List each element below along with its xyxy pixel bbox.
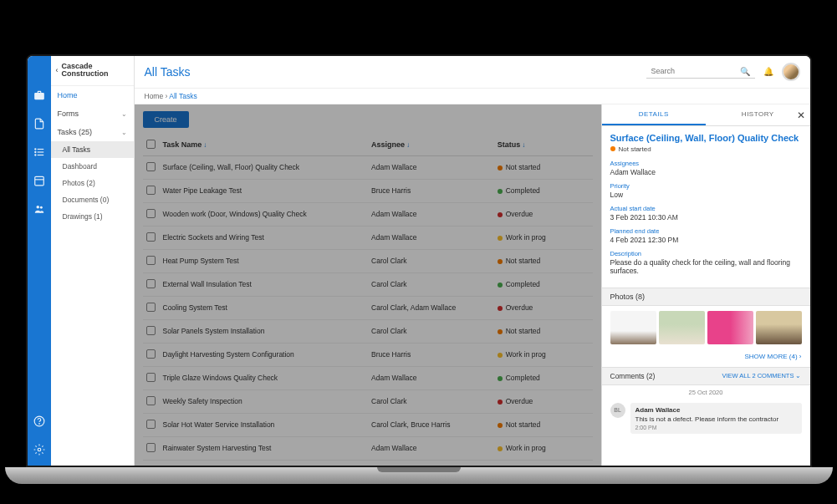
svg-point-8 [36, 205, 39, 208]
nav-rail [28, 56, 51, 466]
calendar-icon[interactable] [33, 175, 45, 186]
briefcase-icon[interactable] [33, 89, 45, 101]
org-header[interactable]: ‹ Cascade Construction [51, 56, 134, 87]
breadcrumb: Home › All Tasks [135, 89, 810, 104]
nav-photos[interactable]: Photos (2) [51, 175, 134, 191]
search-input[interactable] [651, 67, 735, 75]
photos-header: Photos (8) [602, 288, 810, 306]
comment-time: 2:00 PM [635, 425, 797, 430]
comment-author: Adam Wallace [635, 406, 797, 414]
breadcrumb-current[interactable]: All Tasks [169, 92, 196, 100]
svg-point-12 [38, 448, 41, 451]
value-priority: Low [610, 191, 802, 199]
comment-text: This is not a defect. Please inform the … [635, 415, 797, 423]
breadcrumb-home[interactable]: Home [145, 92, 164, 100]
label-priority: Priority [610, 182, 802, 190]
detail-status: Not started [610, 145, 802, 153]
svg-point-4 [34, 151, 35, 152]
label-description: Description [610, 250, 802, 257]
label-planned-end: Planned end date [610, 227, 802, 235]
task-table-area: Create Task Name↓ Assignee↓ Status↓ Surf… [135, 104, 601, 466]
value-assignees: Adam Wallace [610, 168, 802, 176]
sidebar: ‹ Cascade Construction Home Forms⌄ Tasks… [51, 56, 135, 466]
svg-rect-6 [34, 176, 43, 186]
user-avatar[interactable] [782, 63, 800, 81]
nav-dashboard[interactable]: Dashboard [51, 158, 134, 175]
label-actual-start: Actual start date [610, 205, 802, 212]
comment-date: 25 Oct 2020 [602, 385, 810, 400]
panel-tabs: DETAILS HISTORY ✕ [602, 104, 810, 126]
close-icon[interactable]: ✕ [797, 109, 805, 121]
page-title: All Tasks [145, 65, 191, 79]
comment-avatar: BL [610, 403, 625, 418]
topbar: All Tasks 🔍 🔔 [135, 56, 810, 89]
nav-tasks[interactable]: Tasks (25)⌄ [51, 123, 134, 141]
comments-header: Comments (2) VIEW ALL 2 COMMENTS ⌄ [602, 367, 810, 385]
detail-title: Surface (Ceiling, Wall, Floor) Quality C… [610, 133, 802, 143]
svg-point-9 [39, 206, 42, 208]
value-planned-end: 4 Feb 2021 12:30 PM [610, 236, 802, 244]
show-more-link[interactable]: SHOW MORE (4) [602, 349, 810, 367]
svg-point-11 [38, 423, 39, 424]
main-area: All Tasks 🔍 🔔 Home › All Tasks Create [135, 56, 810, 466]
photo-thumb[interactable] [756, 311, 802, 344]
people-icon[interactable] [33, 203, 45, 215]
photo-thumb[interactable] [659, 311, 705, 344]
help-icon[interactable] [33, 415, 45, 427]
modal-overlay[interactable] [135, 104, 601, 466]
comment-item: BL Adam Wallace This is not a defect. Pl… [602, 400, 810, 440]
search-icon[interactable]: 🔍 [740, 67, 750, 76]
list-icon[interactable] [33, 146, 45, 158]
label-assignees: Assignees [610, 160, 802, 167]
svg-point-5 [34, 154, 35, 155]
detail-panel: DETAILS HISTORY ✕ Surface (Ceiling, Wall… [601, 104, 810, 466]
tab-details[interactable]: DETAILS [602, 104, 707, 125]
gear-icon[interactable] [33, 444, 45, 456]
nav-home[interactable]: Home [51, 86, 134, 104]
org-name: Cascade Construction [62, 63, 129, 79]
nav-documents[interactable]: Documents (0) [51, 191, 134, 208]
search-box[interactable]: 🔍 [646, 65, 755, 79]
value-actual-start: 3 Feb 2021 10:30 AM [610, 213, 802, 221]
photos-row [602, 306, 810, 349]
chevron-down-icon: ⌄ [121, 129, 127, 136]
nav-drawings[interactable]: Drawings (1) [51, 208, 134, 225]
chevron-down-icon: ⌄ [121, 110, 127, 118]
photo-thumb[interactable] [707, 311, 753, 344]
value-description: Please do a quality check for the ceilin… [610, 258, 802, 275]
view-all-comments-link[interactable]: VIEW ALL 2 COMMENTS ⌄ [722, 372, 801, 379]
nav-forms[interactable]: Forms⌄ [51, 104, 134, 123]
svg-point-3 [34, 148, 35, 149]
photo-thumb[interactable] [610, 311, 656, 344]
chevron-left-icon: ‹ [56, 66, 59, 74]
bell-icon[interactable]: 🔔 [763, 67, 773, 76]
nav-all-tasks[interactable]: All Tasks [51, 141, 134, 158]
tab-history[interactable]: HISTORY [706, 104, 810, 125]
document-icon[interactable] [33, 118, 45, 130]
